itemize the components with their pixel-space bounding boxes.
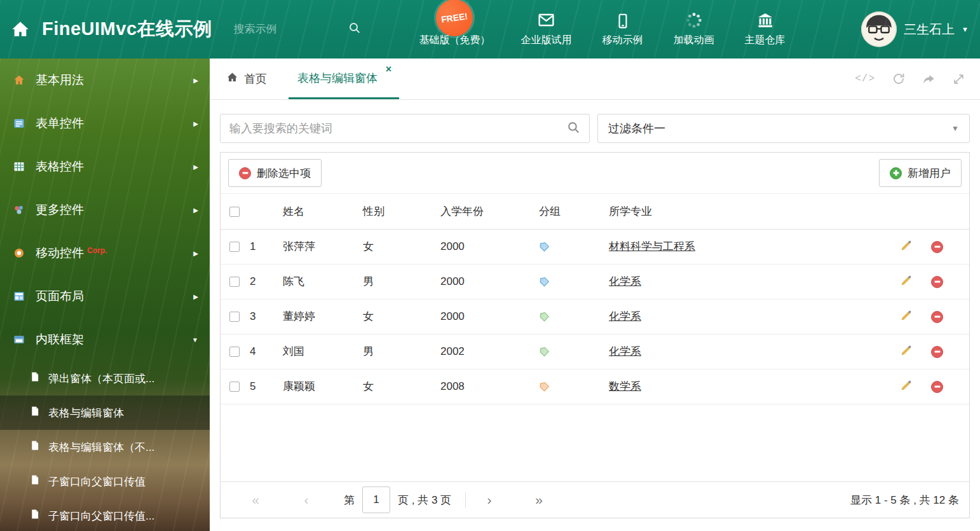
mobile-logo-icon: [11, 247, 27, 259]
nav-label: 加载动画: [674, 34, 714, 47]
cell-year: 2000: [440, 229, 539, 264]
delete-icon[interactable]: [931, 381, 943, 393]
envelope-icon: [537, 11, 555, 29]
delete-icon[interactable]: [931, 276, 943, 288]
tag-icon: [539, 382, 550, 392]
major-link[interactable]: 化学系: [609, 275, 641, 287]
row-checkbox[interactable]: [229, 242, 240, 252]
cell-year: 2008: [440, 369, 539, 404]
edit-icon[interactable]: [901, 239, 913, 251]
nav-label: 主题仓库: [745, 34, 786, 47]
cell-name: 陈飞: [283, 264, 363, 299]
search-icon[interactable]: [348, 22, 361, 37]
major-link[interactable]: 化学系: [609, 345, 641, 357]
row-number: 3: [250, 299, 283, 334]
table-row[interactable]: 4 刘国 男 2002 化学系: [221, 334, 969, 369]
nav-label: 企业版试用: [521, 34, 572, 47]
nav-enterprise-trial[interactable]: 企业版试用: [521, 11, 572, 47]
row-checkbox[interactable]: [229, 347, 240, 357]
sidebar-item-label: 页面布局: [36, 288, 84, 305]
user-menu[interactable]: 三生石上 ▼: [861, 11, 969, 47]
tag-icon: [539, 242, 550, 252]
refresh-icon[interactable]: [892, 72, 905, 85]
close-icon[interactable]: ×: [386, 64, 391, 74]
delete-icon[interactable]: [931, 311, 943, 323]
chevron-right-icon: ▶: [193, 207, 198, 214]
sidebar-item-more-controls[interactable]: 更多控件 ▶: [0, 188, 210, 231]
search-icon[interactable]: [567, 121, 580, 137]
filter-dropdown-value: 过滤条件一: [608, 121, 665, 136]
major-link[interactable]: 数学系: [609, 380, 641, 392]
table-row[interactable]: 3 董婷婷 女 2000 化学系: [221, 299, 969, 334]
keyword-search-input[interactable]: [229, 122, 567, 135]
edit-icon[interactable]: [901, 309, 913, 321]
edit-icon[interactable]: [901, 379, 913, 391]
sidebar-item-label: 移动控件: [36, 245, 84, 261]
nav-loading-animation[interactable]: 加载动画: [674, 11, 714, 47]
row-checkbox[interactable]: [229, 312, 240, 322]
filter-row: 过滤条件一 ▼: [210, 100, 980, 152]
page-number-input[interactable]: [362, 486, 390, 513]
sidebar-item-page-layout[interactable]: 页面布局 ▶: [0, 275, 210, 318]
chevron-down-icon: ▼: [192, 336, 198, 343]
cell-name: 康颖颖: [283, 369, 363, 404]
bank-icon: [756, 11, 774, 29]
table-row[interactable]: 2 陈飞 男 2000 化学系: [221, 264, 969, 299]
sidebar-item-mobile-controls[interactable]: 移动控件 Corp. ▶: [0, 231, 210, 275]
tab-home[interactable]: 首页: [219, 59, 275, 99]
tag-icon: [539, 347, 550, 357]
delete-icon[interactable]: [931, 346, 943, 358]
chevron-right-icon: ▶: [193, 120, 198, 127]
table-row[interactable]: 1 张萍萍 女 2000 材料科学与工程系: [221, 229, 969, 264]
sidebar-item-grid-controls[interactable]: 表格控件 ▶: [0, 145, 210, 188]
button-label: 新增用户: [908, 166, 951, 181]
file-icon: [29, 509, 40, 523]
grid-toolbar: 删除选中项 新增用户: [221, 153, 969, 194]
sidebar-subitem-popup-window[interactable]: 弹出窗体（本页面或...: [0, 361, 210, 396]
sidebar-item-basic-usage[interactable]: 基本用法 ▶: [0, 59, 210, 102]
prev-page-button[interactable]: ‹: [297, 492, 316, 507]
sidebar-item-form-controls[interactable]: 表单控件 ▶: [0, 102, 210, 145]
record-summary: 显示 1 - 5 条 , 共 12 条: [850, 493, 959, 507]
row-number: 4: [250, 334, 283, 369]
last-page-button[interactable]: »: [529, 492, 548, 507]
delete-selected-button[interactable]: 删除选中项: [228, 159, 322, 187]
sidebar-subitem-grid-edit-window[interactable]: 表格与编辑窗体: [0, 396, 210, 430]
tab-grid-edit-window[interactable]: 表格与编辑窗体 ×: [289, 59, 399, 99]
cell-name: 刘国: [283, 334, 363, 369]
sidebar-subitem-label: 表格与编辑窗体: [48, 406, 124, 420]
chevron-right-icon: ▶: [193, 250, 198, 257]
row-checkbox[interactable]: [229, 382, 240, 392]
column-header-gender: 性别: [363, 194, 440, 229]
next-page-button[interactable]: ›: [480, 492, 499, 507]
home-icon: [226, 71, 238, 86]
edit-icon[interactable]: [901, 344, 913, 356]
edit-icon[interactable]: [901, 274, 913, 286]
sidebar-subitem-child-to-parent[interactable]: 子窗口向父窗口传值: [0, 464, 210, 499]
code-icon[interactable]: </>: [855, 73, 875, 85]
mobile-icon: [615, 11, 631, 29]
header-search-input[interactable]: [234, 23, 343, 36]
home-icon: [11, 74, 27, 86]
nav-mobile-demo[interactable]: 移动示例: [602, 11, 643, 47]
table-icon: [11, 160, 27, 173]
expand-icon[interactable]: [953, 73, 965, 85]
sidebar-subitem-grid-edit-window-2[interactable]: 表格与编辑窗体（不...: [0, 430, 210, 464]
share-icon[interactable]: [922, 72, 936, 86]
first-page-button[interactable]: «: [246, 492, 265, 507]
tag-icon: [539, 277, 550, 287]
sidebar-subitem-child-to-parent-2[interactable]: 子窗口向父窗口传值...: [0, 499, 210, 531]
table-row[interactable]: 5 康颖颖 女 2008 数学系: [221, 369, 969, 404]
sidebar-item-iframe[interactable]: 内联框架 ▼: [0, 318, 210, 361]
home-icon[interactable]: [10, 19, 31, 39]
chevron-down-icon: ▼: [962, 25, 969, 33]
row-checkbox[interactable]: [229, 277, 240, 287]
sidebar-item-label: 基本用法: [36, 72, 84, 88]
major-link[interactable]: 化学系: [609, 310, 641, 322]
major-link[interactable]: 材料科学与工程系: [609, 240, 695, 252]
delete-icon[interactable]: [931, 241, 943, 253]
select-all-checkbox[interactable]: [229, 207, 240, 217]
filter-dropdown[interactable]: 过滤条件一 ▼: [597, 114, 970, 143]
add-user-button[interactable]: 新增用户: [879, 159, 962, 187]
nav-theme-store[interactable]: 主题仓库: [745, 11, 786, 47]
